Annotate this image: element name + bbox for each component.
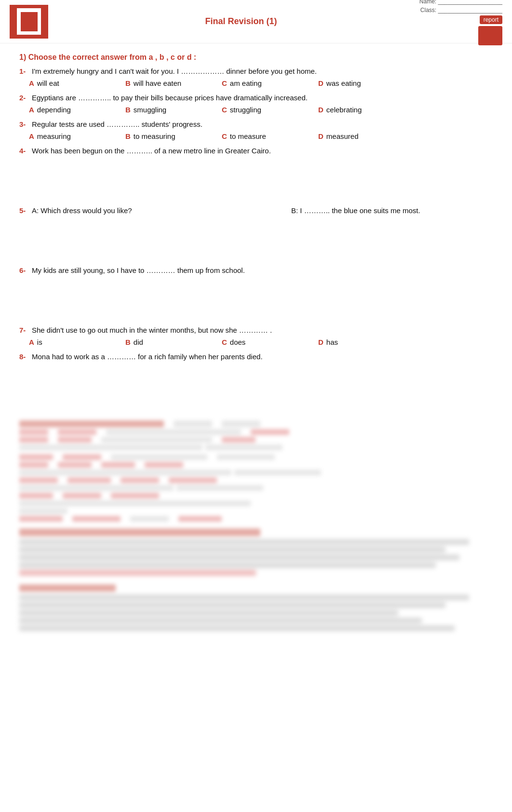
q1-text-d: was eating — [326, 79, 361, 87]
q1-letter-a: A — [29, 79, 34, 87]
logo-icon — [21, 12, 38, 31]
question-2-line: 2- Egyptians are ………….. to pay their bil… — [19, 92, 493, 104]
question-6: 6- My kids are still young, so I have to… — [19, 265, 493, 276]
q5-text-b: B: I ……….. the blue one suits me most. — [291, 205, 493, 217]
q2-ans-d: D celebrating — [318, 106, 395, 114]
q5-text-a: A: Which dress would you like? — [32, 205, 233, 217]
question-4-line: 4- Work has been begun on the ……….. of a… — [19, 145, 493, 157]
question-2: 2- Egyptians are ………….. to pay their bil… — [19, 92, 493, 114]
q1-ans-a: A will eat — [29, 79, 106, 87]
q2-text-d: celebrating — [326, 106, 362, 114]
q2-text-c: struggling — [230, 106, 261, 114]
q2-letter-d: D — [318, 106, 323, 114]
q3-text-c: to measure — [230, 132, 266, 140]
q3-letter-b: B — [125, 132, 131, 140]
q7-ans-a: A is — [29, 338, 106, 346]
q7-letter-b: B — [125, 338, 131, 346]
question-3: 3- Regular tests are used ………….. student… — [19, 119, 493, 140]
q7-ans-b: B did — [125, 338, 202, 346]
q7-ans-d: D has — [318, 338, 395, 346]
question-7: 7- She didn't use to go out much in the … — [19, 325, 493, 346]
q2-letter-a: A — [29, 106, 34, 114]
logo-inner — [17, 8, 41, 35]
q3-letter-a: A — [29, 132, 34, 140]
q4-text: Work has been begun on the ……….. of a ne… — [32, 145, 493, 157]
report-badge: report — [480, 15, 502, 24]
question-8-line: 8- Mona had to work as a ………… for a rich… — [19, 351, 493, 363]
q7-ans-c: C does — [222, 338, 299, 346]
q2-ans-b: B smuggling — [125, 106, 202, 114]
q2-ans-a: A depending — [29, 106, 106, 114]
q7-letter-c: C — [222, 338, 227, 346]
question-3-line: 3- Regular tests are used ………….. student… — [19, 119, 493, 130]
q3-ans-d: D measured — [318, 132, 395, 140]
blurred-section — [19, 416, 493, 638]
q3-text-a: measuring — [37, 132, 71, 140]
q6-num: 6- — [19, 265, 30, 276]
logo-container — [10, 5, 48, 39]
q7-text-d: has — [326, 338, 338, 346]
q1-letter-b: B — [125, 79, 131, 87]
page-header: Final Revision (1) Name: _______________… — [0, 0, 512, 43]
report-logo — [478, 26, 502, 45]
q5-num: 5- — [19, 205, 30, 217]
question-5: 5- A: Which dress would you like? B: I …… — [19, 205, 493, 217]
q2-letter-b: B — [125, 106, 131, 114]
question-6-line: 6- My kids are still young, so I have to… — [19, 265, 493, 276]
q2-text-b: smuggling — [134, 106, 166, 114]
question-5-line: 5- A: Which dress would you like? B: I …… — [19, 205, 493, 217]
q1-ans-d: D was eating — [318, 79, 395, 87]
question-1-line: 1- I'm extremely hungry and I can't wait… — [19, 66, 493, 77]
q3-text-d: measured — [326, 132, 359, 140]
header-right: Name: ____________________ Class: ______… — [419, 0, 502, 45]
question-4: 4- Work has been begun on the ……….. of a… — [19, 145, 493, 157]
question-1: 1- I'm extremely hungry and I can't wait… — [19, 66, 493, 87]
q1-text: I'm extremely hungry and I can't wait fo… — [32, 66, 493, 77]
q7-num: 7- — [19, 325, 30, 336]
q3-num: 3- — [19, 119, 30, 130]
q1-letter-d: D — [318, 79, 323, 87]
student-name-field: Name: ____________________ — [419, 0, 502, 5]
q3-answers: A measuring B to measuring C to measure … — [19, 132, 493, 140]
q1-ans-b: B will have eaten — [125, 79, 202, 87]
q7-answers: A is B did C does D has — [19, 338, 493, 346]
q2-letter-c: C — [222, 106, 227, 114]
q6-text: My kids are still young, so I have to ……… — [32, 265, 493, 276]
q1-ans-c: C am eating — [222, 79, 299, 87]
q2-text-a: depending — [37, 106, 71, 114]
main-content: 1) Choose the correct answer from a , b … — [0, 43, 512, 648]
q7-text: She didn't use to go out much in the win… — [32, 325, 493, 336]
q1-letter-c: C — [222, 79, 227, 87]
section1-heading: 1) Choose the correct answer from a , b … — [19, 53, 493, 62]
q2-num: 2- — [19, 92, 30, 104]
q4-num: 4- — [19, 145, 30, 157]
q2-ans-c: C struggling — [222, 106, 299, 114]
q2-text: Egyptians are ………….. to pay their bills … — [32, 92, 493, 104]
q3-text: Regular tests are used ………….. students' … — [32, 119, 493, 130]
q8-num: 8- — [19, 351, 30, 363]
q3-text-b: to measuring — [134, 132, 175, 140]
q1-text-b: will have eaten — [134, 79, 181, 87]
q3-ans-c: C to measure — [222, 132, 299, 140]
q3-ans-b: B to measuring — [125, 132, 202, 140]
q3-ans-a: A measuring — [29, 132, 106, 140]
header-center: Final Revision (1) — [63, 16, 419, 27]
q1-answers: A will eat B will have eaten C am eating… — [19, 79, 493, 87]
q8-text: Mona had to work as a ………… for a rich fa… — [32, 351, 493, 363]
q1-text-a: will eat — [37, 79, 59, 87]
q2-answers: A depending B smuggling C struggling D c… — [19, 106, 493, 114]
q1-num: 1- — [19, 66, 30, 77]
q3-letter-c: C — [222, 132, 227, 140]
q7-text-a: is — [37, 338, 42, 346]
question-7-line: 7- She didn't use to go out much in the … — [19, 325, 493, 336]
q7-letter-a: A — [29, 338, 34, 346]
q1-text-c: am eating — [230, 79, 262, 87]
exam-title: Final Revision (1) — [63, 16, 419, 27]
student-class-field: Class: ____________________ — [420, 7, 502, 14]
q7-text-b: did — [134, 338, 143, 346]
q7-text-c: does — [230, 338, 246, 346]
question-8: 8- Mona had to work as a ………… for a rich… — [19, 351, 493, 363]
q7-letter-d: D — [318, 338, 323, 346]
q3-letter-d: D — [318, 132, 323, 140]
